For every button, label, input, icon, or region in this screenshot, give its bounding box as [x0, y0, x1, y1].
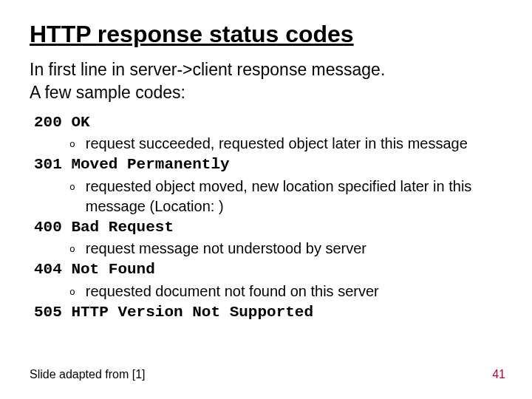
- status-desc-text: requested document not found on this ser…: [86, 282, 502, 301]
- intro-line-1: In first line in server->client response…: [30, 58, 502, 81]
- bullet-icon: o: [69, 181, 75, 194]
- status-desc-404: o requested document not found on this s…: [69, 282, 502, 301]
- bullet-icon: o: [69, 243, 75, 256]
- slide: HTTP response status codes In first line…: [0, 0, 532, 399]
- status-code-list: 200 OK o request succeeded, requested ob…: [34, 112, 502, 324]
- slide-title: HTTP response status codes: [30, 21, 502, 48]
- footer-attribution: Slide adapted from [1]: [30, 368, 146, 381]
- status-desc-text: request message not understood by server: [86, 239, 502, 259]
- status-desc-text: request succeeded, requested object late…: [86, 134, 502, 154]
- status-code-200: 200 OK: [34, 112, 502, 134]
- status-desc-200: o request succeeded, requested object la…: [69, 134, 502, 154]
- status-desc-400: o request message not understood by serv…: [69, 239, 502, 259]
- status-code-400: 400 Bad Request: [34, 216, 502, 239]
- status-code-301: 301 Moved Permanently: [34, 154, 502, 176]
- intro-line-2: A few sample codes:: [30, 81, 502, 104]
- status-desc-text: requested object moved, new location spe…: [86, 177, 502, 216]
- slide-number: 41: [492, 368, 505, 381]
- bullet-icon: o: [69, 286, 75, 299]
- intro-text: In first line in server->client response…: [30, 58, 502, 104]
- status-desc-301: o requested object moved, new location s…: [69, 177, 502, 216]
- bullet-icon: o: [69, 138, 75, 151]
- status-code-404: 404 Not Found: [34, 259, 502, 281]
- status-code-505: 505 HTTP Version Not Supported: [34, 301, 502, 324]
